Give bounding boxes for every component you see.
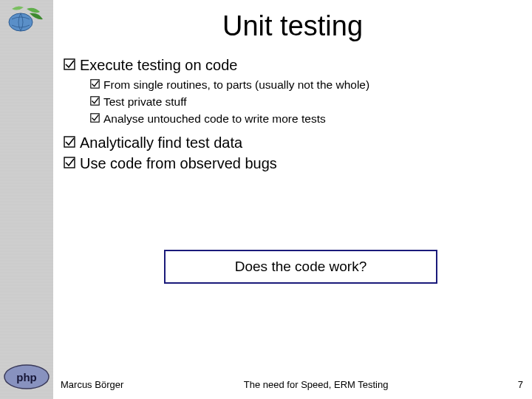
checkbox-checked-icon (86, 78, 103, 89)
bullet-text: Use code from observed bugs (80, 154, 277, 173)
callout-box: Does the code work? (164, 250, 437, 284)
bullet-level1: Analytically find test data (59, 133, 532, 152)
sub-bullet-list: From single routines, to parts (usually … (86, 78, 532, 127)
bullet-level2: From single routines, to parts (usually … (86, 78, 532, 93)
bullet-list: Execute testing on code From single rout… (53, 55, 532, 173)
sub-bullet-text: Analyse untouched code to write more tes… (103, 112, 326, 127)
footer-author: Marcus Börger (61, 379, 123, 390)
slide-footer: Marcus Börger The need for Speed, ERM Te… (61, 379, 523, 390)
php-logo-icon: php (3, 364, 50, 390)
slide-sidebar: php (0, 0, 53, 399)
footer-page-number: 7 (508, 379, 523, 390)
checkbox-checked-icon (86, 95, 103, 106)
bullet-text: Execute testing on code (80, 55, 237, 75)
bullet-level2: Test private stuff (86, 95, 532, 110)
checkbox-checked-icon (86, 112, 103, 123)
bullet-level1: Execute testing on code (59, 55, 532, 75)
sub-bullet-text: From single routines, to parts (usually … (103, 78, 369, 93)
globe-leaves-icon (4, 4, 49, 34)
bullet-text: Analytically find test data (80, 133, 242, 152)
bullet-level2: Analyse untouched code to write more tes… (86, 112, 532, 127)
svg-text:php: php (16, 371, 37, 383)
callout-text: Does the code work? (235, 259, 367, 274)
slide-content: Unit testing Execute testing on code F (53, 0, 532, 399)
bullet-level1: Use code from observed bugs (59, 154, 532, 173)
checkbox-checked-icon (59, 154, 80, 168)
checkbox-checked-icon (59, 55, 80, 70)
footer-title: The need for Speed, ERM Testing (123, 379, 508, 390)
sub-bullet-text: Test private stuff (103, 95, 187, 110)
slide-title: Unit testing (53, 10, 532, 42)
checkbox-checked-icon (59, 133, 80, 148)
